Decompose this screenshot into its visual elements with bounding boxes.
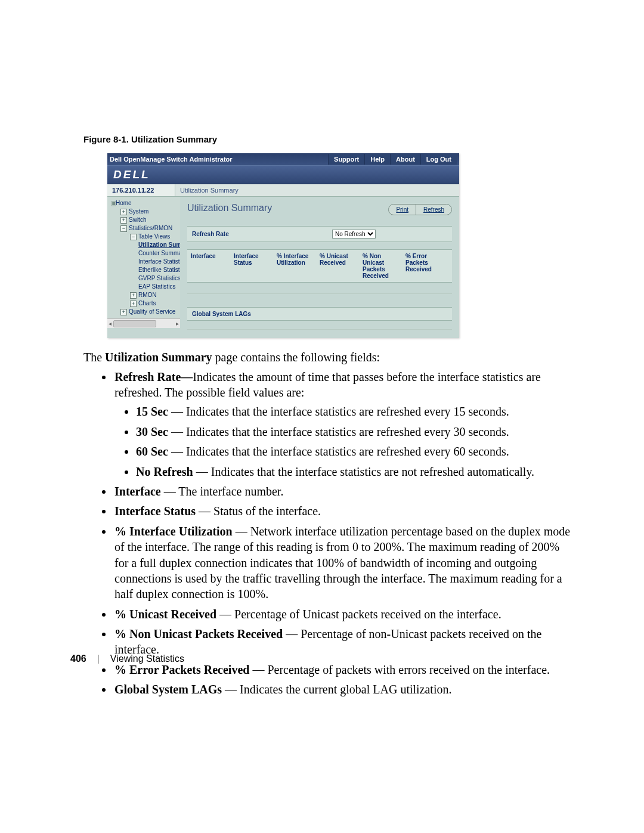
breadcrumb: Utilization Summary: [175, 184, 459, 196]
col-status: Interface Status: [234, 253, 277, 279]
list-item: % Interface Utilization — Network interf…: [113, 524, 575, 602]
list-item: % Non Unicast Packets Received — Percent…: [113, 626, 575, 658]
nav-tree[interactable]: ▣Home +System +Switch −Statistics/RMON −…: [107, 197, 180, 318]
scroll-right-icon[interactable]: ▸: [176, 320, 179, 327]
app-titlebar: Dell OpenManage Switch Administrator Sup…: [107, 153, 459, 165]
page-footer: 406 | Viewing Statistics: [70, 654, 184, 664]
tree-counter[interactable]: Counter Summar: [110, 249, 180, 258]
list-item: 30 Sec — Indicates that the interface st…: [136, 424, 575, 439]
nav-logout[interactable]: Log Out: [420, 154, 457, 165]
tree-eap[interactable]: EAP Statistics: [110, 283, 180, 291]
tree-scrollbar[interactable]: ◂ ▸: [107, 318, 180, 328]
lag-header: Global System LAGs: [187, 307, 452, 321]
list-item: No Refresh — Indicates that the interfac…: [136, 464, 575, 479]
tree-gvrp[interactable]: GVRP Statistics: [110, 274, 180, 283]
field-list: Refresh Rate—Indicates the amount of tim…: [83, 369, 575, 698]
scroll-left-icon[interactable]: ◂: [109, 320, 112, 327]
tree-utilization[interactable]: Utilization Summ: [110, 241, 180, 249]
nav-about[interactable]: About: [390, 154, 420, 165]
nav-help[interactable]: Help: [364, 154, 390, 165]
list-item: Global System LAGs — Indicates the curre…: [113, 682, 575, 697]
dell-logo: DELL: [113, 168, 150, 181]
col-utilization: % Interface Utilization: [277, 253, 320, 279]
col-interface: Interface: [191, 253, 234, 279]
list-item: 60 Sec — Indicates that the interface st…: [136, 444, 575, 459]
refresh-rate-select[interactable]: No Refresh: [332, 230, 376, 239]
brand-bar: DELL: [107, 165, 459, 184]
tree-interface-stat[interactable]: Interface Statistic: [110, 258, 180, 266]
list-item: Refresh Rate—Indicates the amount of tim…: [113, 369, 575, 479]
screenshot: Dell OpenManage Switch Administrator Sup…: [107, 153, 459, 338]
table-row: [187, 283, 452, 294]
location-row: 176.210.11.22 Utilization Summary: [107, 184, 459, 197]
refresh-rate-bar: Refresh Rate No Refresh: [187, 226, 452, 242]
tree-system[interactable]: +System: [110, 208, 180, 216]
print-button[interactable]: Print: [389, 205, 416, 215]
content-panel: Utilization Summary Print Refresh Refres…: [180, 197, 459, 338]
tree-rmon[interactable]: +RMON: [110, 291, 180, 299]
scroll-thumb[interactable]: [113, 320, 156, 327]
list-item: 15 Sec — Indicates that the interface st…: [136, 404, 575, 419]
list-item: % Unicast Received — Percentage of Unica…: [113, 606, 575, 622]
table-row: [187, 321, 452, 330]
tree-qos[interactable]: +Quality of Service: [110, 308, 180, 316]
page-number: 406: [70, 654, 86, 664]
tree-stats[interactable]: −Statistics/RMON: [110, 224, 180, 233]
col-unicast: % Unicast Received: [320, 253, 363, 279]
table-header: Interface Interface Status % Interface U…: [187, 249, 452, 283]
tree-switch[interactable]: +Switch: [110, 216, 180, 224]
tree-home[interactable]: ▣Home: [110, 199, 180, 208]
col-nonunicast: % Non Unicast Packets Received: [363, 253, 405, 279]
list-item: Interface Status — Status of the interfa…: [113, 503, 575, 519]
refresh-rate-label: Refresh Rate: [192, 231, 229, 237]
tree-etherlike[interactable]: Etherlike Statistic: [110, 266, 180, 274]
list-item: Interface — The interface number.: [113, 484, 575, 499]
intro-paragraph: The Utilization Summary page contains th…: [83, 350, 575, 366]
nav-support[interactable]: Support: [328, 154, 364, 165]
refresh-button[interactable]: Refresh: [416, 205, 451, 215]
device-ip: 176.210.11.22: [107, 184, 175, 196]
figure-caption: Figure 8-1. Utilization Summary: [83, 134, 575, 144]
footer-separator: |: [97, 654, 100, 664]
tree-table-views[interactable]: −Table Views: [110, 233, 180, 241]
col-error: % Error Packets Received: [405, 253, 448, 279]
app-title: Dell OpenManage Switch Administrator: [110, 156, 328, 163]
tree-charts[interactable]: +Charts: [110, 299, 180, 308]
section-title: Viewing Statistics: [110, 654, 184, 664]
